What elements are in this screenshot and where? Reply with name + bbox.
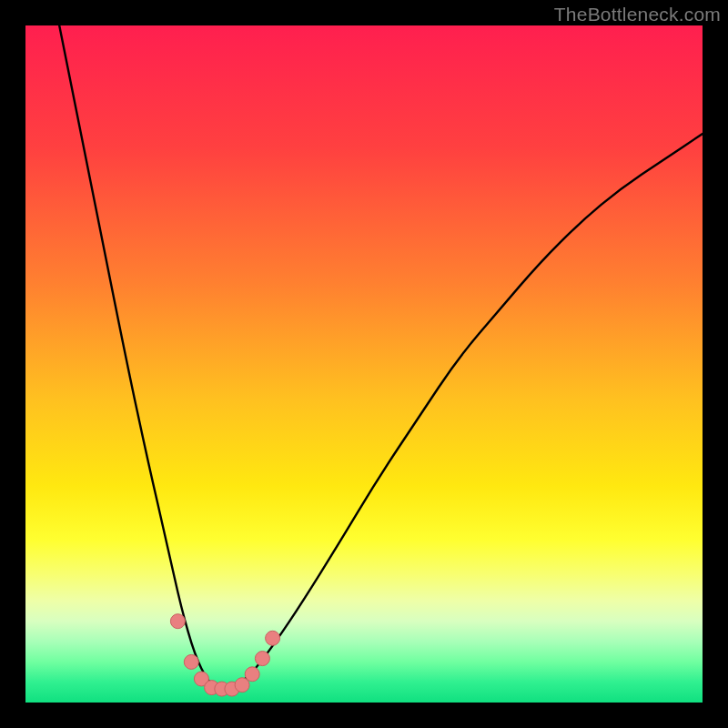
plot-gradient-background — [25, 25, 703, 703]
watermark-text: TheBottleneck.com — [554, 4, 721, 25]
plot-frame — [25, 25, 703, 703]
